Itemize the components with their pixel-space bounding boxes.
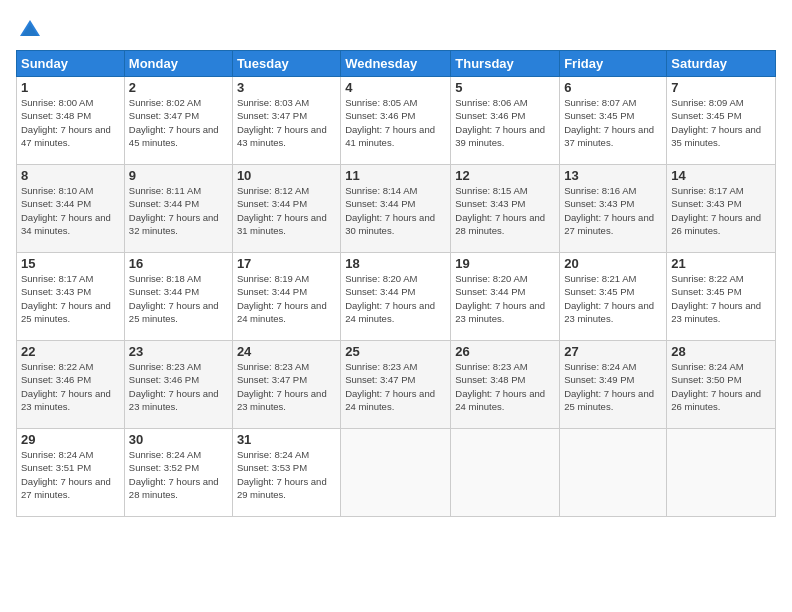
table-row: 3 Sunrise: 8:03 AMSunset: 3:47 PMDayligh…	[232, 77, 340, 165]
day-number: 10	[237, 168, 336, 183]
day-detail: Sunrise: 8:10 AMSunset: 3:44 PMDaylight:…	[21, 185, 111, 236]
day-number: 22	[21, 344, 120, 359]
page: Sunday Monday Tuesday Wednesday Thursday…	[0, 0, 792, 612]
day-number: 7	[671, 80, 771, 95]
col-sunday: Sunday	[17, 51, 125, 77]
day-detail: Sunrise: 8:17 AMSunset: 3:43 PMDaylight:…	[671, 185, 761, 236]
calendar-week-row: 29 Sunrise: 8:24 AMSunset: 3:51 PMDaylig…	[17, 429, 776, 517]
day-detail: Sunrise: 8:20 AMSunset: 3:44 PMDaylight:…	[345, 273, 435, 324]
day-detail: Sunrise: 8:14 AMSunset: 3:44 PMDaylight:…	[345, 185, 435, 236]
day-number: 17	[237, 256, 336, 271]
table-row: 25 Sunrise: 8:23 AMSunset: 3:47 PMDaylig…	[341, 341, 451, 429]
calendar-week-row: 1 Sunrise: 8:00 AMSunset: 3:48 PMDayligh…	[17, 77, 776, 165]
table-row: 18 Sunrise: 8:20 AMSunset: 3:44 PMDaylig…	[341, 253, 451, 341]
day-detail: Sunrise: 8:21 AMSunset: 3:45 PMDaylight:…	[564, 273, 654, 324]
day-number: 14	[671, 168, 771, 183]
day-detail: Sunrise: 8:22 AMSunset: 3:46 PMDaylight:…	[21, 361, 111, 412]
day-detail: Sunrise: 8:23 AMSunset: 3:47 PMDaylight:…	[345, 361, 435, 412]
calendar-week-row: 8 Sunrise: 8:10 AMSunset: 3:44 PMDayligh…	[17, 165, 776, 253]
day-detail: Sunrise: 8:07 AMSunset: 3:45 PMDaylight:…	[564, 97, 654, 148]
day-number: 9	[129, 168, 228, 183]
day-detail: Sunrise: 8:22 AMSunset: 3:45 PMDaylight:…	[671, 273, 761, 324]
table-row: 28 Sunrise: 8:24 AMSunset: 3:50 PMDaylig…	[667, 341, 776, 429]
table-row: 15 Sunrise: 8:17 AMSunset: 3:43 PMDaylig…	[17, 253, 125, 341]
day-number: 1	[21, 80, 120, 95]
day-number: 28	[671, 344, 771, 359]
day-detail: Sunrise: 8:24 AMSunset: 3:53 PMDaylight:…	[237, 449, 327, 500]
day-number: 6	[564, 80, 662, 95]
day-number: 19	[455, 256, 555, 271]
day-number: 4	[345, 80, 446, 95]
col-saturday: Saturday	[667, 51, 776, 77]
table-row	[451, 429, 560, 517]
calendar-week-row: 22 Sunrise: 8:22 AMSunset: 3:46 PMDaylig…	[17, 341, 776, 429]
table-row: 31 Sunrise: 8:24 AMSunset: 3:53 PMDaylig…	[232, 429, 340, 517]
day-detail: Sunrise: 8:23 AMSunset: 3:47 PMDaylight:…	[237, 361, 327, 412]
table-row: 1 Sunrise: 8:00 AMSunset: 3:48 PMDayligh…	[17, 77, 125, 165]
table-row: 9 Sunrise: 8:11 AMSunset: 3:44 PMDayligh…	[124, 165, 232, 253]
day-detail: Sunrise: 8:18 AMSunset: 3:44 PMDaylight:…	[129, 273, 219, 324]
table-row	[341, 429, 451, 517]
table-row: 7 Sunrise: 8:09 AMSunset: 3:45 PMDayligh…	[667, 77, 776, 165]
day-number: 31	[237, 432, 336, 447]
day-detail: Sunrise: 8:12 AMSunset: 3:44 PMDaylight:…	[237, 185, 327, 236]
day-detail: Sunrise: 8:23 AMSunset: 3:48 PMDaylight:…	[455, 361, 545, 412]
table-row: 30 Sunrise: 8:24 AMSunset: 3:52 PMDaylig…	[124, 429, 232, 517]
day-number: 16	[129, 256, 228, 271]
day-detail: Sunrise: 8:03 AMSunset: 3:47 PMDaylight:…	[237, 97, 327, 148]
col-wednesday: Wednesday	[341, 51, 451, 77]
day-detail: Sunrise: 8:00 AMSunset: 3:48 PMDaylight:…	[21, 97, 111, 148]
day-detail: Sunrise: 8:11 AMSunset: 3:44 PMDaylight:…	[129, 185, 219, 236]
calendar-week-row: 15 Sunrise: 8:17 AMSunset: 3:43 PMDaylig…	[17, 253, 776, 341]
table-row: 20 Sunrise: 8:21 AMSunset: 3:45 PMDaylig…	[560, 253, 667, 341]
day-detail: Sunrise: 8:05 AMSunset: 3:46 PMDaylight:…	[345, 97, 435, 148]
day-number: 21	[671, 256, 771, 271]
col-thursday: Thursday	[451, 51, 560, 77]
table-row: 2 Sunrise: 8:02 AMSunset: 3:47 PMDayligh…	[124, 77, 232, 165]
day-number: 27	[564, 344, 662, 359]
day-number: 20	[564, 256, 662, 271]
table-row: 22 Sunrise: 8:22 AMSunset: 3:46 PMDaylig…	[17, 341, 125, 429]
day-number: 3	[237, 80, 336, 95]
table-row: 8 Sunrise: 8:10 AMSunset: 3:44 PMDayligh…	[17, 165, 125, 253]
day-detail: Sunrise: 8:23 AMSunset: 3:46 PMDaylight:…	[129, 361, 219, 412]
table-row: 5 Sunrise: 8:06 AMSunset: 3:46 PMDayligh…	[451, 77, 560, 165]
table-row: 26 Sunrise: 8:23 AMSunset: 3:48 PMDaylig…	[451, 341, 560, 429]
table-row	[667, 429, 776, 517]
table-row: 29 Sunrise: 8:24 AMSunset: 3:51 PMDaylig…	[17, 429, 125, 517]
day-number: 24	[237, 344, 336, 359]
day-number: 26	[455, 344, 555, 359]
table-row: 19 Sunrise: 8:20 AMSunset: 3:44 PMDaylig…	[451, 253, 560, 341]
day-number: 29	[21, 432, 120, 447]
table-row	[560, 429, 667, 517]
day-number: 15	[21, 256, 120, 271]
day-detail: Sunrise: 8:15 AMSunset: 3:43 PMDaylight:…	[455, 185, 545, 236]
calendar-table: Sunday Monday Tuesday Wednesday Thursday…	[16, 50, 776, 517]
calendar-header-row: Sunday Monday Tuesday Wednesday Thursday…	[17, 51, 776, 77]
day-number: 18	[345, 256, 446, 271]
table-row: 14 Sunrise: 8:17 AMSunset: 3:43 PMDaylig…	[667, 165, 776, 253]
table-row: 17 Sunrise: 8:19 AMSunset: 3:44 PMDaylig…	[232, 253, 340, 341]
day-detail: Sunrise: 8:19 AMSunset: 3:44 PMDaylight:…	[237, 273, 327, 324]
day-detail: Sunrise: 8:17 AMSunset: 3:43 PMDaylight:…	[21, 273, 111, 324]
day-detail: Sunrise: 8:02 AMSunset: 3:47 PMDaylight:…	[129, 97, 219, 148]
day-detail: Sunrise: 8:16 AMSunset: 3:43 PMDaylight:…	[564, 185, 654, 236]
table-row: 11 Sunrise: 8:14 AMSunset: 3:44 PMDaylig…	[341, 165, 451, 253]
day-detail: Sunrise: 8:20 AMSunset: 3:44 PMDaylight:…	[455, 273, 545, 324]
day-number: 23	[129, 344, 228, 359]
day-number: 8	[21, 168, 120, 183]
day-number: 12	[455, 168, 555, 183]
col-tuesday: Tuesday	[232, 51, 340, 77]
day-number: 30	[129, 432, 228, 447]
table-row: 23 Sunrise: 8:23 AMSunset: 3:46 PMDaylig…	[124, 341, 232, 429]
day-detail: Sunrise: 8:24 AMSunset: 3:52 PMDaylight:…	[129, 449, 219, 500]
table-row: 4 Sunrise: 8:05 AMSunset: 3:46 PMDayligh…	[341, 77, 451, 165]
day-number: 2	[129, 80, 228, 95]
day-number: 11	[345, 168, 446, 183]
table-row: 13 Sunrise: 8:16 AMSunset: 3:43 PMDaylig…	[560, 165, 667, 253]
table-row: 21 Sunrise: 8:22 AMSunset: 3:45 PMDaylig…	[667, 253, 776, 341]
table-row: 12 Sunrise: 8:15 AMSunset: 3:43 PMDaylig…	[451, 165, 560, 253]
table-row: 6 Sunrise: 8:07 AMSunset: 3:45 PMDayligh…	[560, 77, 667, 165]
table-row: 24 Sunrise: 8:23 AMSunset: 3:47 PMDaylig…	[232, 341, 340, 429]
table-row: 16 Sunrise: 8:18 AMSunset: 3:44 PMDaylig…	[124, 253, 232, 341]
